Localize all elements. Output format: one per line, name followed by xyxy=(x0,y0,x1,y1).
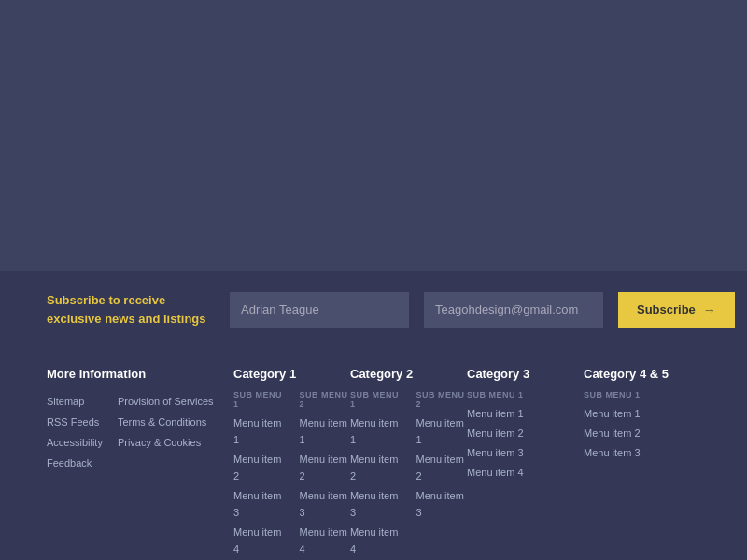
email-input[interactable] xyxy=(424,292,603,328)
accessibility-link[interactable]: Accessibility xyxy=(47,437,103,448)
list-item[interactable]: Menu item 3 xyxy=(300,490,347,518)
more-info-links-col2: Provision of Services Terms & Conditions… xyxy=(118,392,214,474)
name-input[interactable] xyxy=(230,292,409,328)
list-item[interactable]: Menu item 3 xyxy=(584,447,641,458)
cat45-sub1-label: SUB MENU 1 xyxy=(584,390,700,399)
privacy-link[interactable]: Privacy & Cookies xyxy=(118,437,201,448)
terms-link[interactable]: Terms & Conditions xyxy=(118,416,206,427)
sitemap-link[interactable]: Sitemap xyxy=(47,396,84,407)
subscribe-section: Subscribe to receive exclusive news and … xyxy=(0,271,747,348)
cat2-submenu1: SUB MENU 1 Menu item 1 Menu item 2 Menu … xyxy=(350,390,402,560)
list-item[interactable]: Menu item 1 xyxy=(233,417,281,445)
cat2-sub1-label: SUB MENU 1 xyxy=(350,390,402,409)
category-1-title: Category 1 xyxy=(233,367,350,381)
category-45-title: Category 4 & 5 xyxy=(584,367,700,381)
footer-nav: More Information Sitemap RSS Feeds Acces… xyxy=(0,348,747,560)
cat1-submenu1: SUB MENU 1 Menu item 1 Menu item 2 Menu … xyxy=(233,390,285,560)
rss-feeds-link[interactable]: RSS Feeds xyxy=(47,416,99,427)
more-info-links-col1: Sitemap RSS Feeds Accessibility Feedback xyxy=(47,392,103,474)
list-item[interactable]: Menu item 3 xyxy=(350,490,398,518)
list-item[interactable]: Menu item 2 xyxy=(300,454,347,482)
cat3-sub1-items: Menu item 1 Menu item 2 Menu item 3 Menu… xyxy=(467,404,584,480)
list-item[interactable]: Menu item 2 xyxy=(467,427,524,439)
cat2-submenu2: SUB MENU 2 Menu item 1 Menu item 2 Menu … xyxy=(416,390,468,560)
cat45-sub1-items: Menu item 1 Menu item 2 Menu item 3 xyxy=(584,404,700,460)
category-3-title: Category 3 xyxy=(467,367,584,381)
cat3-submenu1: SUB MENU 1 Menu item 1 Menu item 2 Menu … xyxy=(467,390,584,483)
cat1-submenu2: SUB MENU 2 Menu item 1 Menu item 2 Menu … xyxy=(300,390,351,560)
list-item[interactable]: Menu item 2 xyxy=(584,427,641,439)
list-item[interactable]: Menu item 2 xyxy=(416,454,464,482)
list-item[interactable]: Menu item 4 xyxy=(350,526,398,554)
cat1-sub2-items: Menu item 1 Menu item 2 Menu item 3 Menu… xyxy=(300,413,351,560)
more-info-column: More Information Sitemap RSS Feeds Acces… xyxy=(47,367,233,560)
provision-link[interactable]: Provision of Services xyxy=(118,396,214,407)
cat1-sub1-items: Menu item 1 Menu item 2 Menu item 3 Menu… xyxy=(233,413,285,560)
feedback-link[interactable]: Feedback xyxy=(47,457,92,469)
category-3-column: Category 3 SUB MENU 1 Menu item 1 Menu i… xyxy=(467,367,584,560)
category-2-column: Category 2 SUB MENU 1 Menu item 1 Menu i… xyxy=(350,367,467,560)
cat45-submenu1: SUB MENU 1 Menu item 1 Menu item 2 Menu … xyxy=(584,390,700,463)
category-45-column: Category 4 & 5 SUB MENU 1 Menu item 1 Me… xyxy=(584,367,700,560)
category-1-column: Category 1 SUB MENU 1 Menu item 1 Menu i… xyxy=(233,367,350,560)
list-item[interactable]: Menu item 1 xyxy=(584,408,641,419)
list-item[interactable]: Menu item 1 xyxy=(350,417,398,445)
cat1-sub1-label: SUB MENU 1 xyxy=(233,390,285,409)
cat2-sub2-items: Menu item 1 Menu item 2 Menu item 3 xyxy=(416,413,468,520)
list-item[interactable]: Menu item 4 xyxy=(467,467,524,478)
list-item[interactable]: Menu item 1 xyxy=(467,408,524,419)
list-item[interactable]: Menu item 4 xyxy=(300,526,347,554)
list-item[interactable]: Menu item 2 xyxy=(350,454,398,482)
list-item[interactable]: Menu item 3 xyxy=(416,490,464,518)
list-item[interactable]: Menu item 4 xyxy=(233,526,281,554)
list-item[interactable]: Menu item 3 xyxy=(467,447,524,458)
more-info-title: More Information xyxy=(47,367,233,381)
list-item[interactable]: Menu item 3 xyxy=(233,490,281,518)
subscribe-button-label: Subscribe xyxy=(637,302,696,316)
category-2-title: Category 2 xyxy=(350,367,467,381)
cat1-sub2-label: SUB MENU 2 xyxy=(300,390,351,409)
subscribe-heading: Subscribe to receive exclusive news and … xyxy=(47,291,215,328)
list-item[interactable]: Menu item 1 xyxy=(416,417,464,445)
cat2-sub2-label: SUB MENU 2 xyxy=(416,390,468,409)
arrow-icon: → xyxy=(703,302,716,317)
cat3-sub1-label: SUB MENU 1 xyxy=(467,390,584,399)
list-item[interactable]: Menu item 1 xyxy=(300,417,347,445)
list-item[interactable]: Menu item 2 xyxy=(233,454,281,482)
main-area xyxy=(0,0,747,271)
subscribe-button[interactable]: Subscribe → xyxy=(618,292,735,328)
cat2-sub1-items: Menu item 1 Menu item 2 Menu item 3 Menu… xyxy=(350,413,402,560)
